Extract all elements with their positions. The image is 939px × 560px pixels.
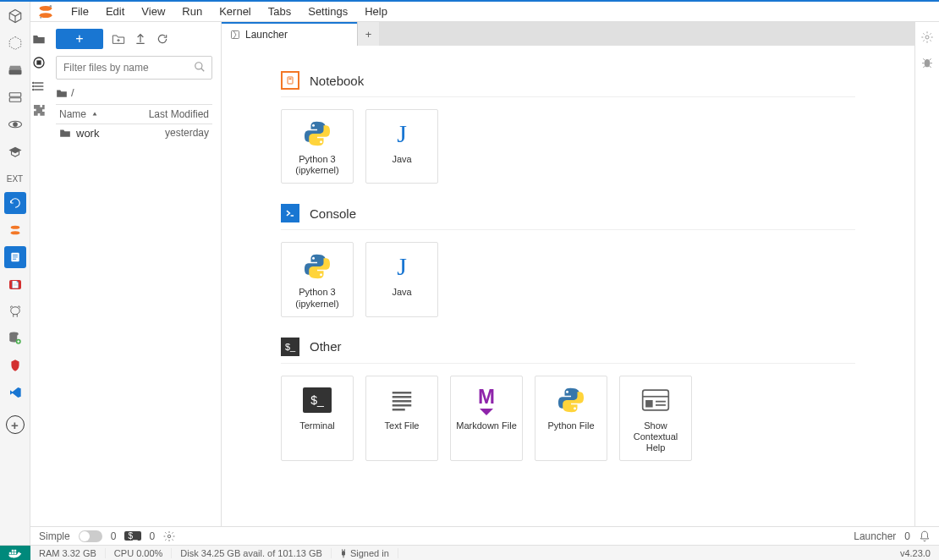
debugger-icon[interactable] [920, 56, 934, 69]
card-label: Text File [385, 420, 420, 431]
loop-icon[interactable] [4, 192, 26, 214]
add-extension-button[interactable]: + [4, 414, 26, 436]
section-title-notebook: Notebook [310, 74, 364, 88]
svg-rect-8 [13, 255, 18, 255]
folder-icon [56, 88, 68, 98]
menu-settings[interactable]: Settings [299, 5, 356, 18]
status-signed-in[interactable]: Signed in [332, 548, 398, 558]
new-launcher-button[interactable]: + [56, 29, 103, 49]
plug-icon [340, 548, 347, 558]
docker-status-icon[interactable] [0, 546, 30, 560]
property-inspector-icon[interactable] [920, 30, 934, 44]
svg-rect-25 [288, 77, 293, 84]
file-filter-input[interactable] [56, 56, 212, 80]
menu-run[interactable]: Run [173, 5, 211, 18]
launcher-card-show-contextual-help[interactable]: Show Contextual Help [619, 376, 692, 462]
status-count-2[interactable]: 0 [150, 530, 156, 542]
vscode-icon[interactable] [4, 382, 26, 404]
svg-rect-2 [9, 98, 21, 102]
extension-tab-icon[interactable] [32, 103, 46, 117]
status-disk[interactable]: Disk 34.25 GB avail. of 101.13 GB [172, 548, 332, 558]
file-filter [56, 56, 212, 80]
svg-point-3 [13, 123, 17, 127]
menu-kernel[interactable]: Kernel [211, 5, 260, 18]
status-cpu[interactable]: CPU 0.00% [106, 548, 172, 558]
breadcrumb-root: / [71, 86, 74, 99]
pdf-icon[interactable]: 📄 [4, 273, 26, 295]
menu-help[interactable]: Help [356, 5, 396, 18]
bell-icon[interactable] [919, 530, 931, 543]
sidebar-tabs [30, 22, 47, 526]
status-notification-count[interactable]: 0 [904, 530, 910, 542]
svg-point-37 [167, 535, 171, 538]
svg-point-29 [312, 257, 315, 260]
status-ram[interactable]: RAM 3.32 GB [30, 548, 106, 558]
menu-edit[interactable]: Edit [97, 5, 133, 18]
status-count-1[interactable]: 0 [111, 530, 117, 542]
launcher-card-terminal[interactable]: $_Terminal [281, 376, 354, 462]
svg-rect-34 [645, 400, 653, 408]
svg-rect-40 [14, 552, 16, 553]
svg-rect-26 [289, 79, 292, 80]
simple-mode-label: Simple [39, 530, 70, 542]
terminal-status-icon[interactable]: $_ [124, 531, 140, 541]
file-list-header: Name Last Modified [56, 104, 212, 124]
shield-icon[interactable] [4, 354, 26, 376]
svg-rect-10 [13, 259, 16, 260]
console-section-icon [281, 204, 299, 222]
card-label: Markdown File [456, 420, 517, 431]
settings-status-icon[interactable] [163, 530, 175, 542]
server-icon[interactable] [4, 86, 26, 108]
launcher-card-java[interactable]: JJava [365, 109, 438, 184]
activity-bar: EXT 📄 + [0, 2, 30, 545]
svg-rect-41 [12, 549, 14, 551]
launcher-card-python-3-ipykernel-[interactable]: Python 3 (ipykernel) [281, 242, 354, 316]
elephant-icon[interactable] [4, 300, 26, 322]
svg-point-28 [320, 140, 322, 143]
folder-icon [59, 128, 71, 138]
menu-tabs[interactable]: Tabs [260, 5, 299, 18]
new-tab-button[interactable]: + [357, 22, 379, 46]
docs-icon[interactable] [4, 246, 26, 268]
launcher-card-python-3-ipykernel-[interactable]: Python 3 (ipykernel) [281, 109, 354, 184]
launcher-card-text-file[interactable]: Text File [365, 376, 438, 462]
col-modified[interactable]: Last Modified [149, 108, 209, 120]
status-mode-label[interactable]: Launcher [854, 530, 896, 542]
menu-file[interactable]: File [63, 5, 97, 18]
sort-asc-icon [91, 111, 98, 118]
svg-point-36 [925, 59, 931, 67]
col-name[interactable]: Name [59, 108, 86, 120]
launcher-card-java[interactable]: JJava [365, 242, 438, 316]
terminal-icon: $_ [302, 385, 332, 415]
svg-rect-0 [8, 69, 21, 74]
menu-bar: FileEditViewRunKernelTabsSettingsHelp [30, 2, 939, 22]
launcher-card-markdown-file[interactable]: MMarkdown File [450, 376, 523, 462]
running-tab-icon[interactable] [32, 56, 46, 69]
refresh-icon[interactable] [156, 32, 169, 46]
jupyter-ext-icon[interactable] [4, 219, 26, 241]
launcher-card-python-file[interactable]: Python File [535, 376, 607, 462]
menu-view[interactable]: View [133, 5, 173, 18]
tab-label: Launcher [245, 29, 288, 41]
cube-outline-icon[interactable] [4, 32, 26, 54]
status-bar-upper: Simple 0 $_ 0 Launcher 0 [30, 526, 939, 545]
toc-tab-icon[interactable] [32, 80, 46, 93]
new-folder-icon[interactable] [112, 32, 125, 46]
svg-point-11 [10, 307, 19, 315]
file-row[interactable]: workyesterday [56, 124, 212, 141]
graduation-icon[interactable] [4, 140, 26, 162]
status-version[interactable]: v4.23.0 [892, 548, 939, 558]
box-icon[interactable] [4, 5, 26, 27]
drive-icon[interactable] [4, 59, 26, 81]
java-icon: J [387, 118, 417, 149]
svg-point-6 [10, 231, 19, 234]
db-plus-icon[interactable] [4, 327, 26, 349]
svg-point-23 [195, 63, 202, 69]
upload-icon[interactable] [134, 32, 147, 46]
simple-mode-toggle[interactable] [79, 530, 102, 542]
section-notebook: Notebook Python 3 (ipykernel)JJava [281, 71, 855, 184]
breadcrumb[interactable]: / [56, 86, 212, 99]
folder-tab-icon[interactable] [32, 32, 46, 46]
orbit-icon[interactable] [4, 113, 26, 135]
tab-launcher[interactable]: Launcher [222, 22, 357, 46]
